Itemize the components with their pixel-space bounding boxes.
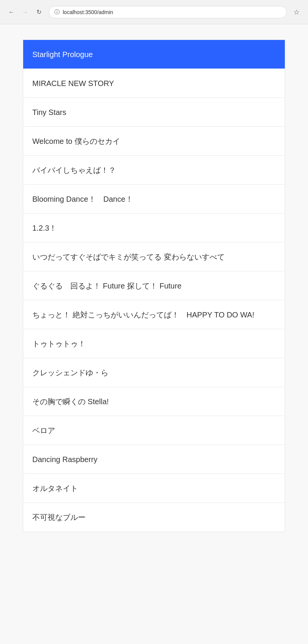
url-text: localhost:3500/admin (63, 9, 113, 15)
back-button[interactable]: ← (6, 7, 17, 18)
list-item[interactable]: 1.2.3！ (23, 214, 285, 242)
item-text: バイバイしちゃえば！？ (32, 165, 116, 175)
list-item[interactable]: その胸で瞬くの Stella! (23, 387, 285, 416)
list-item[interactable]: Tiny Stars (23, 98, 285, 127)
forward-button[interactable]: → (20, 7, 30, 18)
info-icon: ⓘ (54, 9, 60, 16)
list-item[interactable]: オルタネイト (23, 474, 285, 503)
item-text: Tiny Stars (32, 107, 66, 118)
list-item[interactable]: Welcome to 僕らのセカイ (23, 127, 285, 156)
list-item[interactable]: 不可視なブルー (23, 503, 285, 532)
item-text: 1.2.3！ (32, 223, 57, 233)
item-text: 不可視なブルー (32, 512, 86, 523)
item-text: いつだってすぐそばでキミが笑ってる 変わらないすべて (32, 252, 225, 262)
item-text: Starlight Prologue (32, 49, 93, 60)
item-text: Blooming Dance！ Dance！ (32, 194, 133, 204)
address-bar[interactable]: ⓘ localhost:3500/admin (49, 6, 287, 18)
item-text: クレッシェンドゆ・ら (32, 367, 108, 378)
item-text: MIRACLE NEW STORY (32, 78, 114, 89)
list-item[interactable]: いつだってすぐそばでキミが笑ってる 変わらないすべて (23, 242, 285, 271)
list-item[interactable]: MIRACLE NEW STORY (23, 69, 285, 98)
item-text: その胸で瞬くの Stella! (32, 396, 109, 407)
list-item[interactable]: バイバイしちゃえば！？ (23, 156, 285, 185)
list-item[interactable]: ちょっと！ 絶対こっちがいいんだってば！ HAPPY TO DO WA! (23, 300, 285, 329)
list-item[interactable]: ベロア (23, 416, 285, 445)
item-text: Welcome to 僕らのセカイ (32, 136, 120, 147)
item-text: ちょっと！ 絶対こっちがいいんだってば！ HAPPY TO DO WA! (32, 309, 254, 320)
item-text: Dancing Raspberry (32, 454, 97, 465)
item-text: オルタネイト (32, 483, 78, 494)
item-text: トゥトゥトゥ！ (32, 338, 86, 349)
list-item[interactable]: クレッシェンドゆ・ら (23, 358, 285, 387)
browser-chrome: ← → ↻ ⓘ localhost:3500/admin ☆ (0, 0, 308, 24)
list-item[interactable]: Starlight Prologue (23, 40, 285, 69)
bookmark-button[interactable]: ☆ (291, 7, 302, 18)
item-text: ベロア (32, 425, 55, 436)
reload-button[interactable]: ↻ (33, 7, 44, 18)
list-item[interactable]: Blooming Dance！ Dance！ (23, 185, 285, 214)
list-item[interactable]: Dancing Raspberry (23, 445, 285, 474)
list-item[interactable]: ぐるぐる 回るよ！ Future 探して！ Future (23, 271, 285, 300)
item-text: ぐるぐる 回るよ！ Future 探して！ Future (32, 281, 181, 291)
nav-buttons: ← → ↻ (6, 7, 44, 18)
song-list: Starlight PrologueMIRACLE NEW STORYTiny … (23, 40, 285, 532)
page-content: Starlight PrologueMIRACLE NEW STORYTiny … (0, 24, 308, 644)
list-item[interactable]: トゥトゥトゥ！ (23, 329, 285, 358)
